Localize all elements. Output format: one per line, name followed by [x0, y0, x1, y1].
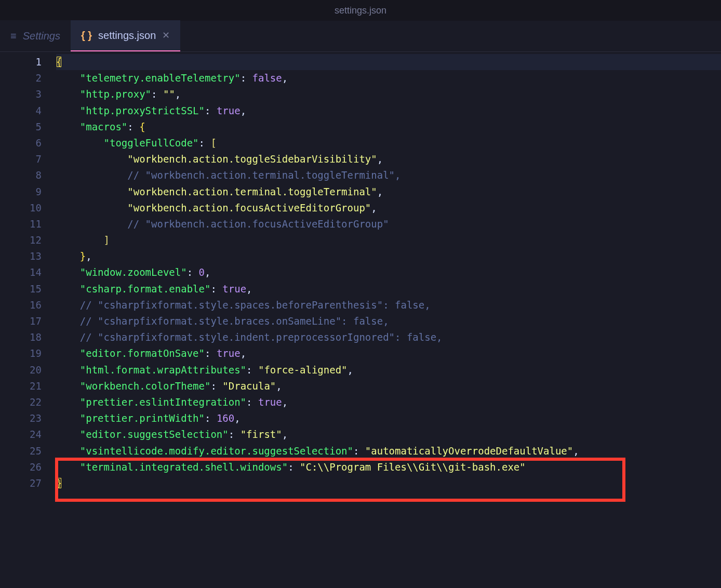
close-icon[interactable]: ✕ [162, 30, 170, 41]
code-token: "editor.formatOnSave" [80, 348, 205, 359]
code-token: "automaticallyOverrodeDefaultValue" [365, 445, 573, 457]
code-line[interactable]: "toggleFullCode": [ [56, 135, 721, 151]
code-line[interactable]: "csharp.format.enable": true, [56, 281, 721, 297]
code-line[interactable]: "telemetry.enableTelemetry": false, [56, 70, 721, 86]
code-token: 0 [199, 266, 205, 278]
code-token: , [241, 105, 246, 116]
code-token: } [80, 250, 86, 262]
line-number: 25 [0, 443, 56, 459]
code-token: : [127, 121, 139, 132]
code-line[interactable]: "http.proxy": "", [56, 86, 721, 102]
line-number-gutter: 1234567891011121314151617181920212223242… [0, 52, 56, 588]
tab-settings[interactable]: ≡ Settings [0, 20, 71, 51]
code-token: , [282, 72, 288, 84]
code-token: , [377, 186, 383, 197]
code-token: : [246, 364, 258, 376]
code-token: { [139, 121, 145, 132]
code-token: , [573, 445, 579, 457]
code-token: "telemetry.enableTelemetry" [80, 72, 241, 84]
line-number: 11 [0, 216, 56, 232]
window-titlebar: settings.json [0, 0, 721, 21]
code-line[interactable]: "editor.formatOnSave": true, [56, 345, 721, 362]
code-line[interactable]: "vsintellicode.modify.editor.suggestSele… [56, 443, 721, 459]
code-token: "Dracula" [222, 380, 276, 392]
code-line[interactable]: "workbench.colorTheme": "Dracula", [56, 378, 721, 394]
code-token: : [199, 137, 211, 149]
code-token: // "csharpfixformat.style.braces.onSameL… [80, 315, 389, 327]
code-token: "prettier.eslintIntegration" [80, 396, 246, 408]
code-line[interactable]: "macros": { [56, 119, 721, 135]
code-line[interactable]: "terminal.integrated.shell.windows": "C:… [56, 459, 721, 475]
code-token: : [205, 412, 217, 424]
code-line[interactable]: "prettier.eslintIntegration": true, [56, 394, 721, 410]
line-number: 23 [0, 410, 56, 426]
window-title: settings.json [335, 5, 386, 16]
code-line[interactable]: // "csharpfixformat.style.braces.onSameL… [56, 313, 721, 329]
code-line[interactable]: } [56, 475, 721, 491]
code-token: "csharp.format.enable" [80, 283, 211, 295]
code-token: "macros" [80, 121, 128, 132]
line-number: 13 [0, 248, 56, 264]
code-token: "html.format.wrapAttributes" [80, 364, 246, 376]
code-token: // "workbench.action.terminal.toggleTerm… [127, 169, 400, 181]
line-number: 19 [0, 345, 56, 362]
code-line[interactable]: "html.format.wrapAttributes": "force-ali… [56, 362, 721, 378]
code-token: : [241, 72, 252, 84]
code-token: false [252, 72, 282, 84]
code-line[interactable]: // "csharpfixformat.style.indent.preproc… [56, 329, 721, 345]
code-line[interactable]: { [56, 54, 721, 70]
code-token: : [353, 445, 365, 457]
code-token: , [246, 283, 252, 295]
line-number: 5 [0, 119, 56, 135]
line-number: 27 [0, 475, 56, 491]
code-token: "workbench.colorTheme" [80, 380, 211, 392]
line-number: 26 [0, 459, 56, 475]
code-editor[interactable]: 1234567891011121314151617181920212223242… [0, 52, 721, 588]
code-token: "workbench.action.terminal.toggleTermina… [127, 186, 377, 197]
line-number: 15 [0, 281, 56, 297]
code-token: "http.proxy" [80, 88, 151, 100]
json-braces-icon: { } [81, 30, 92, 42]
code-line[interactable]: ] [56, 232, 721, 248]
code-line[interactable]: }, [56, 248, 721, 264]
code-line[interactable]: // "workbench.action.terminal.toggleTerm… [56, 167, 721, 183]
code-token: : [246, 396, 258, 408]
line-number: 9 [0, 184, 56, 200]
code-token: , [282, 429, 288, 440]
code-token: , [241, 348, 246, 359]
code-token: "editor.suggestSelection" [80, 429, 229, 440]
code-token: // "csharpfixformat.style.indent.preproc… [80, 331, 443, 343]
code-line[interactable]: "editor.suggestSelection": "first", [56, 426, 721, 443]
code-line[interactable]: "prettier.printWidth": 160, [56, 410, 721, 426]
code-token: , [175, 88, 181, 100]
code-token: , [371, 202, 377, 213]
code-token: , [276, 380, 282, 392]
code-token: "window.zoomLevel" [80, 266, 187, 278]
code-line[interactable]: // "csharpfixformat.style.spaces.beforeP… [56, 297, 721, 313]
line-number: 14 [0, 264, 56, 280]
code-line[interactable]: "workbench.action.terminal.toggleTermina… [56, 184, 721, 200]
code-token: "force-aligned" [258, 364, 348, 376]
code-token: "vsintellicode.modify.editor.suggestSele… [80, 445, 353, 457]
code-line[interactable]: // "workbench.action.focusActiveEditorGr… [56, 216, 721, 232]
code-token: : [288, 461, 300, 473]
line-number: 18 [0, 329, 56, 345]
code-line[interactable]: "workbench.action.focusActiveEditorGroup… [56, 200, 721, 216]
tab-settings-json[interactable]: { } settings.json ✕ [71, 20, 180, 51]
code-token: true [217, 348, 241, 359]
code-token: "workbench.action.focusActiveEditorGroup… [127, 202, 371, 213]
code-token: true [222, 283, 246, 295]
line-number: 3 [0, 86, 56, 102]
code-token: : [210, 283, 222, 295]
code-line[interactable]: "workbench.action.toggleSidebarVisibilit… [56, 151, 721, 167]
code-token: "prettier.printWidth" [80, 412, 205, 424]
line-number: 20 [0, 362, 56, 378]
code-line[interactable]: "http.proxyStrictSSL": true, [56, 103, 721, 119]
line-number: 12 [0, 232, 56, 248]
code-token: true [217, 105, 241, 116]
code-content[interactable]: { "telemetry.enableTelemetry": false, "h… [56, 52, 721, 588]
code-line[interactable]: "window.zoomLevel": 0, [56, 264, 721, 280]
code-token: } [56, 477, 62, 489]
code-token: , [205, 266, 210, 278]
tab-label: settings.json [98, 30, 156, 42]
